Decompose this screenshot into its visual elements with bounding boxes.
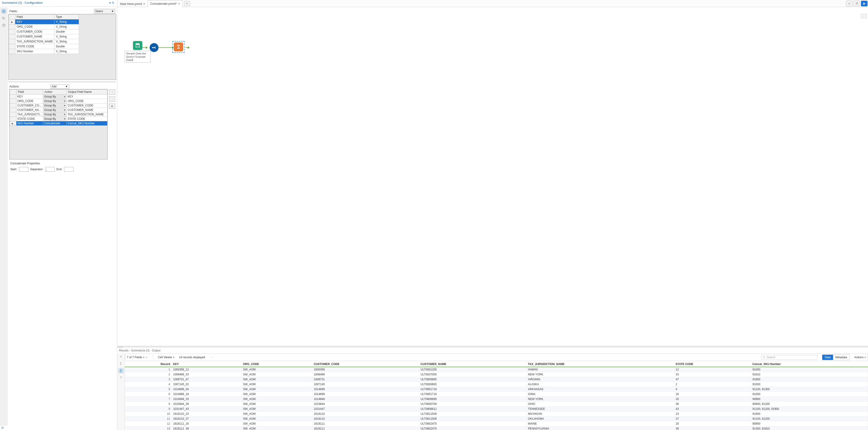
field-name[interactable]: SKU Number — [15, 49, 54, 54]
table-cell[interactable]: 1000356 — [312, 367, 419, 372]
table-cell[interactable]: ULT0805685 — [419, 377, 526, 382]
action-type[interactable]: Group By▾ — [43, 99, 67, 103]
table-cell[interactable]: 90900, 91200 — [751, 402, 868, 406]
table-cell[interactable]: SW_AOM — [242, 402, 312, 406]
table-cell[interactable]: 1618110 — [312, 411, 419, 417]
action-output[interactable]: CUSTOMER_NAME — [67, 108, 107, 112]
action-field[interactable]: KEY — [17, 94, 43, 99]
field-type[interactable]: V_String — [54, 20, 79, 24]
table-cell[interactable]: 1006469 — [312, 372, 419, 377]
column-header[interactable]: TAX_JURISDICTION_NAME — [526, 362, 674, 367]
table-cell[interactable]: 5 — [125, 387, 172, 392]
tag-icon[interactable] — [1, 16, 6, 21]
workflow-tab[interactable]: Concatenate.yxmd*× — [148, 0, 183, 7]
table-cell[interactable]: 1014699_04 — [172, 387, 242, 392]
row-selector[interactable] — [9, 29, 15, 34]
table-cell[interactable]: 1014699 — [312, 387, 419, 392]
action-field[interactable]: CUSTOMER_CO... — [17, 103, 43, 108]
action-field[interactable]: TAX_JURISDICTI... — [17, 112, 43, 117]
action-field[interactable]: STATE CODE — [17, 117, 43, 121]
input-tool-icon[interactable] — [133, 41, 142, 50]
table-cell[interactable]: SW_AOM — [242, 406, 312, 411]
table-cell[interactable]: ULT0802470 — [419, 426, 526, 430]
column-header[interactable]: Record — [125, 362, 172, 367]
new-tab-button[interactable]: + — [184, 1, 190, 6]
table-cell[interactable]: 90900 — [751, 397, 868, 402]
column-header[interactable]: STATE CODE — [674, 362, 751, 367]
table-cell[interactable]: ULT0806612 — [419, 406, 526, 411]
action-output[interactable]: CUSTOMER_CODE — [67, 103, 107, 108]
close-tab-icon[interactable]: × — [178, 2, 180, 5]
field-type[interactable]: V_String — [54, 24, 79, 29]
fields-col-field[interactable]: Field — [15, 14, 54, 20]
action-field[interactable]: CUSTOMER_NA... — [17, 108, 43, 112]
move-up-button[interactable]: ↑ — [109, 90, 115, 95]
table-cell[interactable]: SW_AOM — [242, 367, 312, 372]
field-type[interactable]: Double — [54, 44, 79, 49]
row-selector[interactable] — [9, 34, 15, 39]
metadata-tab[interactable]: Metadata — [833, 355, 849, 360]
table-cell[interactable]: 8 — [125, 402, 172, 406]
row-selector[interactable] — [9, 44, 15, 49]
table-cell[interactable]: 1618111_39 — [172, 426, 242, 430]
table-cell[interactable]: 1007145 — [312, 382, 419, 387]
table-cell[interactable]: 91900 — [751, 411, 868, 417]
start-input[interactable] — [19, 167, 28, 172]
field-type[interactable]: V_String — [54, 34, 79, 39]
action-output[interactable]: KEY — [67, 94, 107, 99]
table-cell[interactable]: 4 — [674, 387, 751, 392]
table-cell[interactable]: SW_AOM — [242, 417, 312, 421]
refresh-icon[interactable]: ⟳ — [0, 426, 117, 430]
table-cell[interactable]: 1618111 — [312, 421, 419, 426]
table-cell[interactable]: 1618110 — [312, 417, 419, 421]
table-cell[interactable]: 12 — [125, 421, 172, 426]
table-cell[interactable]: 91000 — [751, 367, 868, 372]
pin-icon[interactable]: ⚲ — [112, 1, 114, 4]
field-name[interactable]: KEY — [15, 20, 54, 24]
table-cell[interactable]: OHIO — [526, 402, 674, 406]
table-cell[interactable]: 91810 — [751, 372, 868, 377]
table-cell[interactable]: NEW YORK — [526, 397, 674, 402]
table-cell[interactable]: 10 — [125, 411, 172, 417]
table-cell[interactable]: 12 — [674, 367, 751, 372]
action-type[interactable]: Group By▾ — [43, 103, 67, 108]
field-count[interactable]: 7 of 7 Fields — [127, 356, 142, 359]
summarize-selection[interactable] — [172, 41, 185, 53]
results-splitter[interactable] — [117, 346, 868, 348]
check-icon[interactable]: ✔ — [145, 356, 148, 359]
end-input[interactable] — [64, 167, 73, 172]
table-cell[interactable]: SW_AOM — [242, 392, 312, 397]
more-tabs-button[interactable]: » — [846, 1, 852, 6]
table-cell[interactable]: 91100, 91200 — [751, 417, 868, 421]
messages-view-icon[interactable]: ≡ — [118, 354, 124, 359]
gear-icon[interactable] — [1, 9, 6, 13]
row-selector[interactable] — [10, 117, 17, 121]
table-cell[interactable]: 91000 — [751, 382, 868, 387]
table-cell[interactable]: ULT0806699 — [419, 397, 526, 402]
table-cell[interactable]: 43 — [674, 406, 751, 411]
action-type[interactable]: Group By▾ — [43, 108, 67, 112]
field-name[interactable]: CUSTOMER_CODE — [15, 29, 54, 34]
table-cell[interactable]: 6 — [125, 392, 172, 397]
table-cell[interactable]: 33 — [674, 372, 751, 377]
table-cell[interactable]: 33 — [674, 397, 751, 402]
table-cell[interactable]: 36 — [674, 402, 751, 406]
row-selector[interactable] — [9, 49, 15, 54]
table-cell[interactable]: 1014699 — [312, 392, 419, 397]
action-output[interactable]: TAX_JURISDICTION_NAME — [67, 112, 107, 117]
fields-col-type[interactable]: Type — [54, 14, 79, 20]
select-dropdown[interactable]: Select▼ — [94, 9, 115, 13]
field-name[interactable]: ORG_CODE — [15, 24, 54, 29]
workflow-tab[interactable]: Start Here.yxmd× — [117, 0, 148, 7]
actions-col-output[interactable]: Output Field Name — [67, 90, 107, 94]
actions-menu[interactable]: Actions — [855, 356, 864, 359]
search-input[interactable]: Search — [761, 355, 817, 360]
action-type[interactable]: Concatenate▾ — [43, 121, 67, 126]
action-field[interactable]: ORG_CODE — [17, 99, 43, 103]
table-cell[interactable]: VIRGINIA — [526, 377, 674, 382]
table-cell[interactable]: 1618111 — [312, 426, 419, 430]
output-view-icon[interactable] — [118, 368, 124, 373]
table-cell[interactable]: 2 — [674, 382, 751, 387]
table-cell[interactable]: 20 — [674, 421, 751, 426]
table-cell[interactable]: 7 — [125, 397, 172, 402]
